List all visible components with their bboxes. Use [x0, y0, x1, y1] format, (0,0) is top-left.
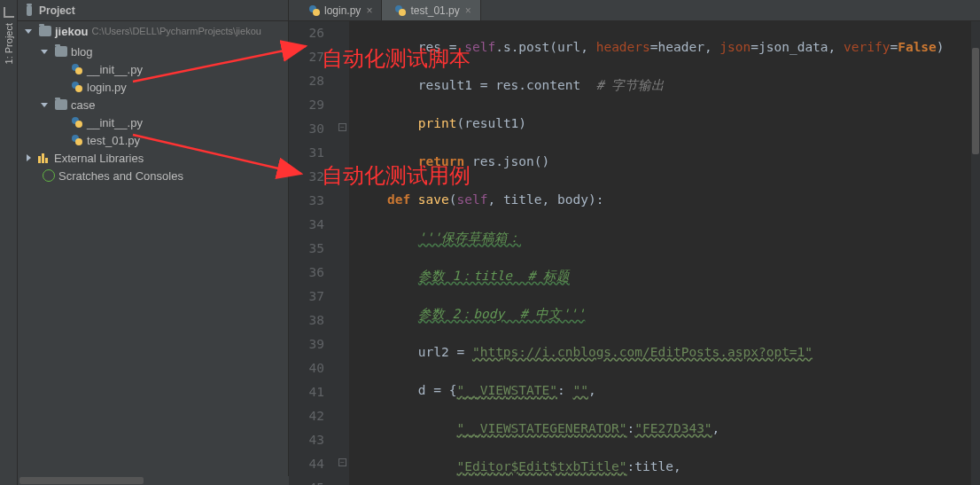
- python-file-icon: [308, 4, 321, 17]
- line-gutter: 26 27 28 29 30 31 32 33 34 35 36 37 38 3…: [289, 21, 337, 485]
- fold-toggle-icon[interactable]: −: [338, 123, 346, 131]
- tab-label: test_01.py: [410, 4, 459, 17]
- project-root-row[interactable]: jiekou C:\Users\DELL\PycharmProjects\jie…: [18, 21, 288, 41]
- tree-label: blog: [71, 45, 93, 59]
- tree-label: External Libraries: [54, 152, 144, 165]
- panel-header: Project: [18, 0, 288, 21]
- line-number: 41: [289, 380, 324, 404]
- close-icon[interactable]: ×: [366, 4, 372, 17]
- line-number: 40: [289, 356, 324, 380]
- svg-point-11: [399, 9, 406, 16]
- project-root-path: C:\Users\DELL\PycharmProjects\jiekou: [92, 26, 261, 36]
- scrollbar-thumb[interactable]: [19, 477, 144, 484]
- svg-point-9: [313, 9, 320, 16]
- line-number: 36: [289, 261, 324, 285]
- line-number: 43: [289, 428, 324, 452]
- fold-toggle-icon[interactable]: −: [338, 458, 346, 466]
- folder-icon: [55, 99, 67, 110]
- python-file-icon: [71, 116, 83, 129]
- line-number: 34: [289, 213, 324, 237]
- svg-point-5: [75, 121, 82, 128]
- tree-file-blog-login[interactable]: login.py: [18, 78, 288, 96]
- line-number: 31: [289, 141, 324, 165]
- libraries-icon: [38, 153, 51, 163]
- tree-label: case: [71, 98, 95, 112]
- project-root-name: jiekou: [55, 25, 89, 38]
- tree-label: __init__.py: [87, 116, 143, 129]
- line-number: 42: [289, 404, 324, 428]
- line-number: 27: [289, 45, 324, 69]
- project-root-icon: [39, 26, 51, 36]
- svg-point-7: [75, 138, 82, 145]
- tab-label: login.py: [324, 4, 361, 17]
- editor-area: login.py × test_01.py × 26 27 28 29 30 3…: [289, 0, 980, 485]
- chevron-down-icon: [25, 29, 32, 34]
- editor-tabs: login.py × test_01.py ×: [289, 0, 980, 21]
- tab-test01[interactable]: test_01.py ×: [382, 0, 480, 20]
- python-file-icon: [71, 81, 83, 93]
- svg-point-3: [75, 85, 82, 92]
- project-tool-icon: [4, 7, 14, 18]
- line-number: 44: [289, 452, 324, 476]
- python-file-icon: [394, 4, 407, 17]
- vertical-scrollbar[interactable]: [971, 21, 980, 485]
- tab-login[interactable]: login.py ×: [296, 0, 382, 20]
- line-number: 29: [289, 93, 324, 117]
- line-number: 32: [289, 165, 324, 189]
- folder-icon: [55, 46, 67, 57]
- line-number: 33: [289, 189, 324, 213]
- tree-file-blog-init[interactable]: __init__.py: [18, 60, 288, 78]
- project-panel: Project jiekou C:\Users\DELL\PycharmProj…: [18, 0, 289, 485]
- line-number: 26: [289, 21, 324, 45]
- fold-column: − −: [337, 21, 349, 485]
- line-number: 28: [289, 69, 324, 93]
- python-file-icon: [71, 134, 83, 146]
- chevron-down-icon: [41, 50, 48, 54]
- line-number: 30: [289, 117, 324, 141]
- panel-title: Project: [39, 4, 75, 17]
- scrollbar-thumb[interactable]: [972, 48, 979, 154]
- tool-window-bar[interactable]: 1: Project: [0, 0, 18, 485]
- tree-file-case-init[interactable]: __init__.py: [18, 113, 288, 131]
- tree-label: test_01.py: [87, 134, 140, 147]
- close-icon[interactable]: ×: [465, 4, 471, 17]
- scratches-icon: [43, 169, 55, 182]
- chevron-down-icon: [41, 103, 48, 107]
- tree-scratches[interactable]: Scratches and Consoles: [18, 167, 288, 184]
- project-tool-label: 1: Project: [4, 23, 14, 64]
- python-file-icon: [71, 63, 83, 75]
- line-number: 45: [289, 476, 324, 485]
- tree-dir-blog[interactable]: blog: [18, 43, 288, 60]
- tree-label: Scratches and Consoles: [58, 169, 183, 183]
- tree-file-case-test01[interactable]: test_01.py: [18, 131, 288, 149]
- line-number: 39: [289, 332, 324, 356]
- folder-icon: [23, 5, 35, 16]
- chevron-right-icon: [27, 154, 31, 161]
- tree-label: __init__.py: [87, 63, 143, 76]
- project-tree: blog __init__.py login.py case: [18, 41, 288, 184]
- line-number: 38: [289, 309, 324, 332]
- line-number: 37: [289, 285, 324, 309]
- svg-point-1: [75, 67, 82, 74]
- editor-body[interactable]: 26 27 28 29 30 31 32 33 34 35 36 37 38 3…: [289, 21, 980, 485]
- horizontal-scrollbar[interactable]: [18, 476, 289, 485]
- code-content[interactable]: res = self.s.post(url, headers=header, j…: [349, 21, 980, 485]
- tree-external-libraries[interactable]: External Libraries: [18, 149, 288, 167]
- tree-dir-case[interactable]: case: [18, 96, 288, 113]
- tree-label: login.py: [87, 81, 127, 94]
- line-number: 35: [289, 237, 324, 261]
